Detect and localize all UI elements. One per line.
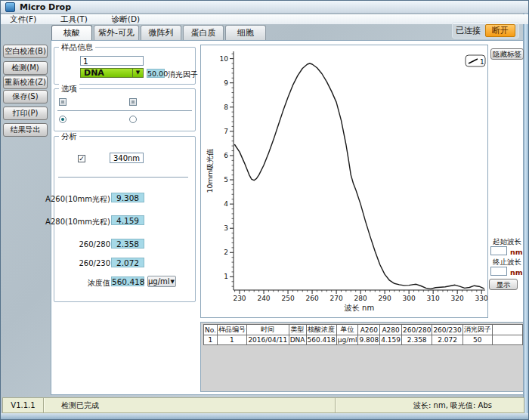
svg-text:9: 9 [224,79,228,87]
app-window: Micro Drop 文件(F)工具(T)诊断(D) 核酸紫外-可见微阵列蛋白质… [0,0,529,420]
table-cell: 560.418 [306,335,336,345]
analysis-divider [58,177,188,178]
spectrum-chart-panel: 1234567891023024025026027028029030031032… [200,45,488,318]
tab-strip: 核酸紫外-可见微阵列蛋白质细胞 [51,25,266,40]
analysis-title: 分析 [59,131,79,142]
table-header-cell: 时间 [246,325,289,335]
options-groupbox: 选项 [54,88,196,131]
svg-text:330: 330 [475,295,487,302]
svg-text:8: 8 [224,103,228,111]
start-wavelength-input[interactable] [490,246,507,255]
svg-text:1: 1 [480,58,484,66]
table-header-cell: 260/230 [432,325,462,335]
table-cell: 50 [462,335,492,345]
svg-text:2: 2 [224,249,228,256]
table-header-row: No.样品编号时间类型核酸浓度单位A260A280260/280260/230消… [204,325,523,335]
unit-combo[interactable]: μg/ml ▼ [147,276,176,287]
analysis-row-label: 260/280 [79,240,110,249]
end-wavelength-unit: nm [510,268,523,276]
options-title: 选项 [59,84,79,94]
menu-item-2[interactable]: 诊断(D) [112,14,140,25]
sidebar-button-0[interactable]: 空白校准(B) [3,45,48,58]
unit-value: μg/ml [148,277,170,286]
option-checkbox-1[interactable] [59,98,67,106]
analysis-row-value: 2.072 [111,258,144,267]
menu-item-0[interactable]: 文件(F) [10,14,36,25]
chevron-down-icon: ▼ [170,279,175,285]
table-cell [492,335,522,345]
sample-info-groupbox: 样品信息 DNA ▼ 50.00 消光因子 [54,47,196,85]
svg-text:4: 4 [224,200,228,208]
sidebar-button-3[interactable]: 保存(S) [3,90,48,103]
option-checkbox-2[interactable] [129,98,137,106]
start-wavelength-unit: nm [510,248,523,256]
table-header-cell: 核酸浓度 [306,325,336,335]
sidebar-button-1[interactable]: 检测(M) [3,61,48,75]
table-header-cell: A280 [380,325,402,335]
sidebar-button-4[interactable]: 打印(P) [3,107,48,120]
sample-id-input[interactable] [80,56,144,66]
analysis-row-label: A260(10mm光程) [45,194,110,205]
wavelength-340-checkbox[interactable]: ✓ [78,155,85,162]
connection-area: 已连接 断开 [452,22,519,39]
titlebar: Micro Drop [1,1,528,14]
table-cell: DNA [289,335,306,345]
hide-label-button[interactable]: 隐藏标签 [490,48,524,60]
spectrum-chart: 1234567891023024025026027028029030031032… [201,45,487,317]
svg-text:6: 6 [224,152,228,159]
results-table: No.样品编号时间类型核酸浓度单位A260A280260/280260/230消… [203,324,523,345]
menu-item-1[interactable]: 工具(T) [60,14,88,25]
table-cell: 1 [204,335,218,345]
sample-info-title: 样品信息 [59,42,95,53]
svg-text:5: 5 [224,176,228,184]
concentration-label: 浓度值 [88,278,110,289]
table-cell: 2016/04/11 [246,335,289,345]
analysis-row-value: 2.358 [111,239,144,249]
table-header-cell [492,325,522,335]
sample-type-combo[interactable]: DNA ▼ [80,68,144,78]
end-wavelength-input[interactable] [490,267,507,276]
svg-text:波长 nm: 波长 nm [344,304,374,312]
tab-4[interactable]: 细胞 [225,25,266,40]
svg-text:290: 290 [379,295,391,302]
analysis-groupbox: 分析 ✓ A260(10mm光程)9.308A280(10mm光程)4.1592… [54,136,196,302]
main-panel: 样品信息 DNA ▼ 50.00 消光因子 选项 分析 ✓ A260(10mm光… [51,40,524,395]
table-header-cell: 单位 [336,325,358,335]
svg-text:260: 260 [305,295,318,302]
svg-text:10: 10 [220,55,229,63]
app-icon [5,2,15,12]
menubar: 文件(F)工具(T)诊断(D) [1,14,528,24]
svg-text:7: 7 [224,128,228,135]
analysis-row-label: 260/230 [79,259,110,267]
disconnect-button[interactable]: 断开 [485,24,515,37]
concentration-value: 560.418 [111,276,144,286]
svg-text:310: 310 [427,295,440,302]
tab-0[interactable]: 核酸 [51,25,92,40]
tab-1[interactable]: 紫外-可见 [94,25,139,40]
status-message: 检测已完成 [44,398,336,412]
sidebar-button-5[interactable]: 结果导出 [3,123,48,137]
tab-3[interactable]: 蛋白质 [183,25,224,40]
analysis-row-label: A280(10mm光程) [45,217,110,227]
chevron-down-icon: ▼ [132,69,143,77]
table-header-cell: 样品编号 [217,325,246,335]
sidebar-button-2[interactable]: 重新校准(Z) [3,76,48,89]
show-button[interactable]: 显示 [489,279,518,290]
table-row[interactable]: 112016/04/11DNA560.418μg/ml9.8084.1592.3… [204,335,523,345]
option-radio-1[interactable] [59,116,67,123]
svg-text:250: 250 [281,295,294,302]
options-divider [57,110,192,111]
analysis-row-value: 4.159 [111,215,144,225]
tab-2[interactable]: 微阵列 [141,25,181,40]
window-frame-bottom [1,413,528,419]
svg-text:1: 1 [224,273,228,280]
extinction-factor-field[interactable]: 50.00 [147,69,165,78]
results-table-panel: No.样品编号时间类型核酸浓度单位A260A280260/280260/230消… [200,322,524,392]
window-frame-right [523,13,528,415]
analysis-row-value: 9.308 [111,193,144,202]
option-radio-2[interactable] [129,116,137,123]
version-label: V1.1.1 [3,398,44,412]
table-cell: 2.358 [402,335,432,345]
wavelength-340-input[interactable] [110,153,144,163]
svg-text:320: 320 [451,295,464,302]
